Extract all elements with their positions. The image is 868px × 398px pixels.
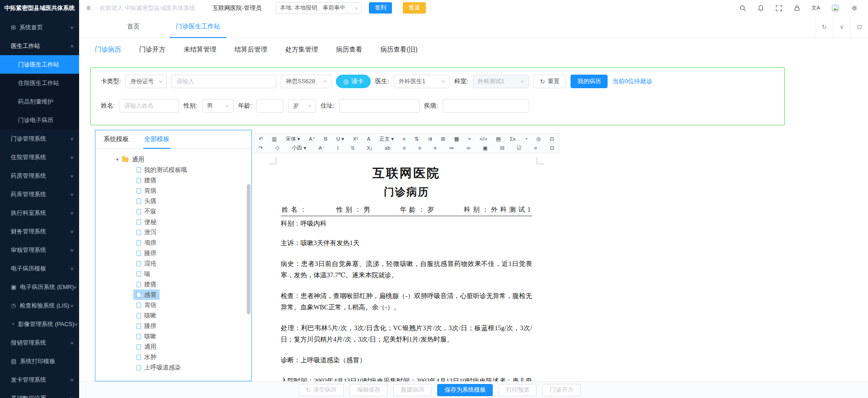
line-spacing-icon[interactable]: ⇅ <box>415 136 419 142</box>
sidebar-item[interactable]: 电子病历模板 ∨ <box>0 259 79 278</box>
list-icon[interactable]: ≔ <box>449 145 454 151</box>
find-icon[interactable]: ◎ <box>536 136 541 142</box>
sidebar-item[interactable]: ◷ 检查检验系统 (LIS) ∨ <box>0 296 79 315</box>
format-painter-icon[interactable]: ▥ <box>272 136 277 142</box>
sidebar-item[interactable]: 药品剂量维护 <box>0 92 79 111</box>
name-input[interactable]: 请输入姓名 <box>119 99 179 113</box>
template-tree-item[interactable]: 头痛 <box>133 196 160 206</box>
template-tree-item[interactable]: 我的测试模板哦 <box>133 165 190 175</box>
sidebar-item[interactable]: 医生工作站 ∧ <box>0 37 79 55</box>
align-center-icon[interactable]: ≡ <box>418 145 421 151</box>
mode-select[interactable]: 本地: 本地报销、事前事中 ∨ <box>276 2 362 14</box>
sidebar-item[interactable]: 门诊管理系统 ∨ <box>0 129 79 148</box>
page-break-icon[interactable]: ⊟ <box>500 145 505 151</box>
sidebar-item[interactable]: 住院管理系统 ∨ <box>0 148 79 166</box>
outpatient-prescribe-button[interactable]: 门诊开方 <box>542 384 580 396</box>
tree-folder[interactable]: ▾ 通用 <box>95 154 251 165</box>
page-tab[interactable]: 门诊医生工作站 <box>170 16 226 38</box>
template-tree-item[interactable]: 腰痛 <box>133 175 160 185</box>
clear-format-icon[interactable]: ◇ <box>275 145 279 151</box>
font-size-up-icon[interactable]: A⁺ <box>309 136 315 142</box>
tree-scrollbar-thumb[interactable] <box>247 184 250 314</box>
image-icon[interactable]: ▦ <box>454 136 459 142</box>
font-size-select[interactable]: 小四 ▾ <box>292 145 306 152</box>
paragraph-style-select[interactable]: 正文 ▾ <box>379 136 394 142</box>
sex-select[interactable]: 男 ∨ <box>202 99 234 113</box>
lock-icon[interactable] <box>793 5 801 12</box>
avatar-image[interactable] <box>831 4 840 13</box>
print2-icon[interactable]: ⊡ <box>550 145 554 151</box>
undo-icon[interactable]: ↶ <box>259 136 263 142</box>
sidebar-item[interactable]: 财务管理系统 ∨ <box>0 222 79 241</box>
address-input[interactable] <box>339 99 420 113</box>
settings-icon[interactable] <box>851 5 858 12</box>
template-tree-item[interactable]: 腰痛 <box>133 279 160 289</box>
template-tree-item[interactable]: 泄泻 <box>133 227 160 237</box>
align-icon[interactable]: ≡ <box>403 136 406 142</box>
code-icon[interactable]: </> <box>480 136 487 142</box>
edit-save-button[interactable]: 编辑保存 <box>349 384 387 396</box>
template-tab[interactable]: 系统模板 <box>104 130 129 148</box>
medical-record-document[interactable]: 互联网医院 门诊病历 姓 名 ： 性 别 ： 男 年 龄 ： 岁 科 别 ： 外… <box>254 153 559 381</box>
sidebar-item[interactable]: ◔ 影像管理系统 (PACS) ∨ <box>0 315 79 333</box>
my-records-button[interactable]: 我的病历 <box>571 75 608 88</box>
print-icon[interactable]: ⊡ <box>550 136 554 142</box>
page-tab[interactable]: 首页 <box>121 16 146 38</box>
save-as-template-button[interactable]: 保存为系统模板 <box>437 384 493 396</box>
fullscreen-icon[interactable] <box>775 5 783 12</box>
template-tree-item[interactable]: 膝痹 <box>133 248 160 258</box>
sidebar-item[interactable]: ▤ 系统打印模板 <box>0 352 79 370</box>
font-family-select[interactable]: 宋体 ▾ <box>286 136 300 142</box>
indent-icon[interactable]: ⇉ <box>428 136 432 142</box>
collapse-menu-icon[interactable]: ≡ <box>86 4 90 12</box>
search-icon[interactable] <box>739 5 746 12</box>
sidebar-item[interactable]: 基础数据设置 ∨ <box>0 389 79 398</box>
sidebar-item[interactable]: 发卡管理系统 ∨ <box>0 370 79 389</box>
template-tree-item[interactable]: 不寐 <box>133 206 160 217</box>
reset-button[interactable]: ↻ 重置 <box>533 75 566 88</box>
subtab[interactable]: 结算后管理 <box>235 45 268 54</box>
sidebar-item[interactable]: 报销管理系统 ∨ <box>0 333 79 352</box>
table-icon[interactable]: ⊞ <box>441 136 445 142</box>
template-tab[interactable]: 全部模板 <box>144 130 170 148</box>
document-icon[interactable]: ▤ <box>496 136 501 142</box>
strikethrough-icon[interactable]: S <box>351 145 354 151</box>
age-unit-select[interactable]: 岁 ∨ <box>288 99 316 113</box>
underline-icon[interactable]: U ▾ <box>336 136 344 142</box>
template-tree-item[interactable]: 胃病 <box>133 185 160 196</box>
sidebar-item[interactable]: 住院医生工作站 <box>0 74 79 92</box>
doctor-select[interactable]: 外科医生1 ∨ <box>394 75 450 88</box>
superscript-icon[interactable]: X¹ <box>353 136 359 142</box>
subtab[interactable]: 门诊开方 <box>139 45 165 54</box>
new-record-button[interactable]: 新建病历 <box>393 384 431 396</box>
sidebar-item[interactable]: 药房管理系统 ∨ <box>0 166 79 185</box>
template-tree-item[interactable]: 上呼吸道感染 <box>133 362 184 373</box>
sidebar-item[interactable]: ⊞ 系统首页 ∨ <box>0 18 79 37</box>
template-tree-item[interactable]: 水肿 <box>133 352 160 362</box>
read-card-button[interactable]: ◎ 读卡 <box>336 75 371 88</box>
font-size-down-icon[interactable]: A⁻ <box>319 145 325 151</box>
card-type-select[interactable]: 身份证号 ∨ <box>125 75 167 88</box>
department-select[interactable]: 外科测试1 ∨ <box>473 75 529 88</box>
template-tree-item[interactable]: 感冒 <box>133 289 160 300</box>
sign-out-button[interactable]: 签退 <box>403 2 426 14</box>
subtab[interactable]: 病历查看(旧) <box>381 45 418 54</box>
refresh-icon[interactable]: ↻ <box>815 16 833 38</box>
sidebar-item[interactable]: 门诊电子病历 <box>0 111 79 129</box>
print-preview-button[interactable]: 打印预览 <box>499 384 537 396</box>
template-tree-item[interactable]: 膝痹 <box>133 321 160 331</box>
chevron-down-icon[interactable]: ∨ <box>833 16 850 38</box>
template-tree-item[interactable]: 咳嗽 <box>133 331 160 341</box>
formula-icon[interactable]: Σx <box>510 136 516 142</box>
sign-in-button[interactable]: 签到 <box>369 2 392 14</box>
template-tree-item[interactable]: 咳嗽 <box>133 310 160 321</box>
subtab[interactable]: 病历查看 <box>336 45 363 54</box>
bold-icon[interactable]: B <box>324 136 328 142</box>
template-tree-item[interactable]: 湿疮 <box>133 258 160 269</box>
age-input[interactable] <box>256 99 283 113</box>
align-left-icon[interactable]: ≡ <box>403 145 406 151</box>
bell-icon[interactable] <box>757 5 764 12</box>
checkbox-icon[interactable]: ☑ <box>517 145 521 151</box>
share-icon[interactable]: ∝ <box>534 145 538 151</box>
clear-record-button[interactable]: ↻ 清空病历 <box>299 384 344 396</box>
